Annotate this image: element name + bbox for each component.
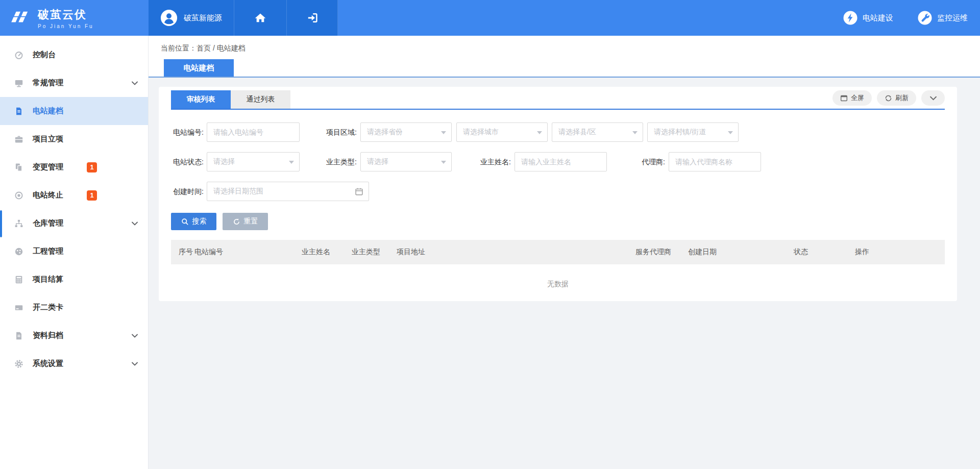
reset-button[interactable]: 重置 — [223, 213, 268, 230]
sidebar-item-label: 仓库管理 — [33, 218, 63, 228]
app-station-construction[interactable]: 电站建设 — [843, 11, 893, 25]
agent-input[interactable] — [669, 152, 761, 171]
breadcrumb: 当前位置：首页 / 电站建档 — [149, 44, 980, 54]
panel-tab-bar: 审核列表 通过列表 全屏 刷新 — [171, 87, 945, 110]
pages-icon — [14, 163, 23, 172]
sidebar-item-general-mgmt[interactable]: 常规管理 — [0, 69, 148, 97]
collapse-filters-button[interactable] — [921, 90, 945, 106]
sidebar-item-label: 控制台 — [33, 50, 56, 60]
home-button[interactable] — [234, 0, 287, 36]
sidebar-item-label: 项目结算 — [33, 275, 63, 284]
reset-label: 重置 — [244, 217, 258, 226]
sidebar-item-system-settings[interactable]: 系统设置 — [0, 350, 148, 378]
monitor-icon — [14, 79, 23, 88]
fullscreen-button[interactable]: 全屏 — [832, 90, 872, 106]
tab-passed-list[interactable]: 通过列表 — [231, 90, 290, 109]
refresh-icon — [885, 94, 892, 102]
logout-icon — [306, 12, 318, 23]
caret-down-icon — [537, 131, 542, 134]
app-label: 电站建设 — [863, 13, 893, 23]
chevron-down-icon — [132, 221, 138, 226]
town-select-placeholder: 请选择村镇/街道 — [654, 128, 706, 137]
lightning-icon — [843, 11, 857, 25]
caret-down-icon — [728, 131, 733, 134]
caret-down-icon — [289, 161, 294, 164]
calculator-icon — [14, 275, 23, 284]
sidebar-item-data-archive[interactable]: 资料归档 — [0, 322, 148, 350]
sidebar-item-project-settlement[interactable]: 项目结算 — [0, 265, 148, 293]
home-icon — [254, 12, 266, 23]
app-label: 监控运维 — [937, 13, 968, 23]
notification-badge: 1 — [87, 190, 97, 201]
sidebar-item-label: 工程管理 — [33, 246, 63, 256]
sidebar-item-open-card[interactable]: 开二类卡 — [0, 293, 148, 322]
avatar-icon — [160, 9, 178, 27]
column-header: 业主类型 — [352, 248, 397, 257]
header-app-switcher: 电站建设 监控运维 — [843, 0, 980, 36]
sidebar-item-console[interactable]: 控制台 — [0, 41, 148, 69]
logo-subtitle: Po Jian Yun Fu — [38, 23, 94, 29]
chevron-down-icon — [132, 362, 138, 366]
fullscreen-label: 全屏 — [851, 93, 864, 103]
station-no-input[interactable] — [207, 122, 300, 142]
table-header-row: 序号 电站编号 业主姓名 业主类型 项目地址 服务代理商 创建日期 状态 操作 — [171, 240, 945, 264]
city-select-placeholder: 请选择城市 — [463, 128, 499, 137]
sidebar-item-label: 常规管理 — [33, 78, 63, 88]
column-header: 操作 — [855, 248, 945, 257]
filter-row-3: 创建时间: 请选择日期范围 — [171, 182, 945, 201]
fullscreen-icon — [840, 94, 848, 102]
empty-state: 无数据 — [171, 264, 945, 304]
sidebar-item-project-initiation[interactable]: 项目立项 — [0, 125, 148, 153]
refresh-label: 刷新 — [895, 93, 909, 103]
tab-review-list[interactable]: 审核列表 — [171, 90, 231, 109]
column-header: 服务代理商 — [635, 248, 688, 257]
filter-row-1: 电站编号: 项目区域: 请选择省份 请选择城市 请选择县/区 — [171, 122, 945, 142]
owner-type-select[interactable]: 请选择 — [360, 152, 452, 171]
logout-button[interactable] — [287, 0, 338, 36]
station-status-select[interactable]: 请选择 — [207, 152, 300, 171]
sidebar-item-label: 变更管理 — [33, 162, 63, 172]
sidebar-item-change-mgmt[interactable]: 变更管理 1 — [0, 153, 148, 181]
sidebar-item-label: 资料归档 — [33, 331, 63, 340]
file-icon — [14, 331, 23, 340]
chevron-down-icon — [132, 81, 138, 85]
page-tab-station-archive[interactable]: 电站建档 — [164, 59, 234, 77]
column-header: 创建日期 — [688, 248, 794, 257]
sitemap-icon — [14, 219, 23, 228]
agent-label: 代理商: — [635, 152, 665, 171]
town-select[interactable]: 请选择村镇/街道 — [647, 122, 739, 142]
sidebar-item-station-termination[interactable]: 电站终止 1 — [0, 181, 148, 209]
column-header: 业主姓名 — [302, 248, 352, 257]
top-header: 破茧云伏 Po Jian Yun Fu 破茧新能源 — [0, 0, 980, 36]
search-button[interactable]: 搜索 — [171, 213, 216, 230]
search-label: 搜索 — [192, 217, 207, 226]
sidebar-item-warehouse-mgmt[interactable]: 仓库管理 — [0, 209, 148, 237]
briefcase-icon — [14, 135, 23, 144]
panel-toolbar: 全屏 刷新 — [832, 90, 945, 106]
app-monitoring-ops[interactable]: 监控运维 — [918, 11, 968, 25]
caret-down-icon — [441, 131, 446, 134]
date-range-placeholder: 请选择日期范围 — [213, 187, 263, 196]
city-select[interactable]: 请选择城市 — [456, 122, 548, 142]
sidebar-item-engineering-mgmt[interactable]: 工程管理 — [0, 237, 148, 265]
sidebar-item-label: 电站终止 — [33, 190, 63, 200]
refresh-button[interactable]: 刷新 — [877, 90, 916, 106]
logo: 破茧云伏 Po Jian Yun Fu — [0, 0, 149, 36]
filter-actions: 搜索 重置 — [171, 213, 945, 230]
station-status-placeholder: 请选择 — [213, 157, 235, 166]
date-range-picker[interactable]: 请选择日期范围 — [207, 182, 369, 201]
owner-type-placeholder: 请选择 — [367, 157, 388, 166]
sidebar-item-label: 系统设置 — [33, 359, 63, 368]
county-select[interactable]: 请选择县/区 — [552, 122, 643, 142]
search-icon — [181, 218, 189, 226]
palette-icon — [14, 247, 23, 256]
owner-name-input[interactable] — [514, 152, 607, 171]
sidebar-item-label: 开二类卡 — [33, 303, 63, 312]
content-area: 审核列表 通过列表 全屏 刷新 — [149, 78, 980, 469]
user-menu[interactable]: 破茧新能源 — [149, 0, 234, 36]
create-time-label: 创建时间: — [171, 182, 204, 201]
company-name: 破茧新能源 — [184, 13, 222, 23]
logo-title: 破茧云伏 — [38, 7, 94, 22]
sidebar-item-station-archive[interactable]: 电站建档 — [0, 97, 148, 125]
province-select[interactable]: 请选择省份 — [360, 122, 452, 142]
